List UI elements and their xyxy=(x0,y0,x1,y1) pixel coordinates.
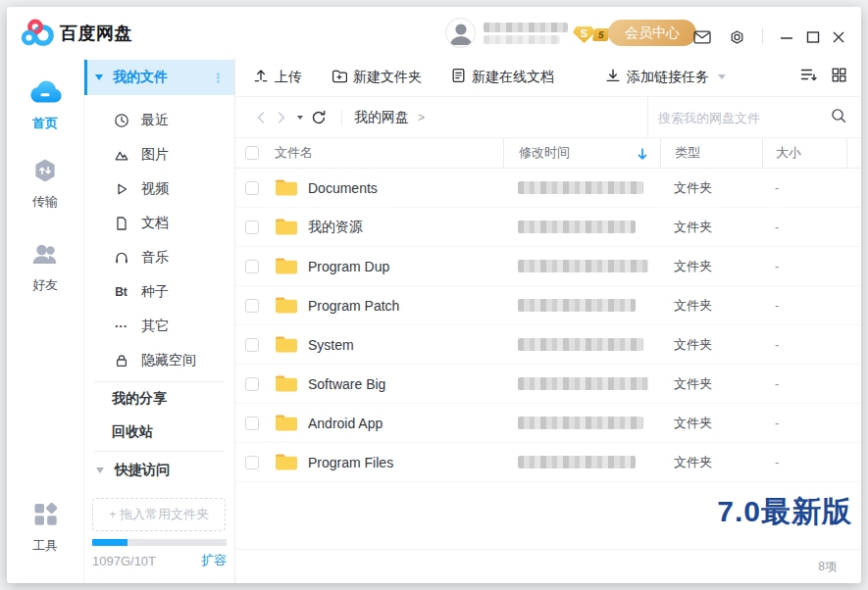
row-checkbox[interactable] xyxy=(245,338,259,352)
file-row[interactable]: Documents 文件夹 - xyxy=(235,169,861,208)
folder-icon xyxy=(275,374,298,393)
row-checkbox[interactable] xyxy=(245,417,259,430)
column-modified[interactable]: 修改时间 xyxy=(519,144,570,162)
upload-icon xyxy=(253,68,269,86)
sort-desc-icon[interactable] xyxy=(638,147,647,165)
row-checkbox[interactable] xyxy=(245,181,259,195)
file-name[interactable]: 我的资源 xyxy=(308,219,363,236)
row-checkbox[interactable] xyxy=(245,456,259,469)
file-name[interactable]: Program Files xyxy=(308,455,393,470)
file-name[interactable]: Program Patch xyxy=(308,298,399,314)
forward-button[interactable] xyxy=(276,111,287,124)
close-button[interactable] xyxy=(832,30,845,44)
member-center-button[interactable]: 会员中心 xyxy=(608,20,696,46)
breadcrumb-root[interactable]: 我的网盘 xyxy=(354,109,409,126)
new-online-doc-button[interactable]: 新建在线文档 xyxy=(451,68,554,86)
sidebar-item-quick-access[interactable]: 快捷访问 xyxy=(84,454,234,487)
file-name[interactable]: Android App xyxy=(308,416,383,431)
sidebar-item-videos[interactable]: 视频 xyxy=(84,172,234,206)
category-list: 最近 图片 视频 文档 xyxy=(84,103,234,377)
sidebar-item-music[interactable]: 音乐 xyxy=(84,240,234,274)
minimize-button[interactable] xyxy=(780,30,793,44)
new-folder-button[interactable]: 新建文件夹 xyxy=(332,69,422,86)
back-button[interactable] xyxy=(255,111,267,124)
file-type: 文件夹 xyxy=(674,297,712,315)
avatar[interactable] xyxy=(445,18,476,48)
collapse-triangle-icon[interactable] xyxy=(95,74,103,80)
upload-button[interactable]: 上传 xyxy=(253,68,302,86)
search-icon[interactable] xyxy=(831,108,846,127)
rail-item-home[interactable]: 首页 xyxy=(7,77,83,132)
file-size: - xyxy=(775,180,779,195)
file-row[interactable]: 我的资源 文件夹 - xyxy=(235,208,861,247)
add-link-task-button[interactable]: 添加链接任务 xyxy=(605,68,726,86)
file-row[interactable]: Program Patch 文件夹 - xyxy=(235,286,861,325)
app-title: 百度网盘 xyxy=(60,22,132,45)
sort-list-icon[interactable] xyxy=(800,68,817,86)
search-input[interactable] xyxy=(648,111,831,125)
sidebar-item-hidden-space[interactable]: 隐藏空间 xyxy=(84,343,234,377)
row-checkbox[interactable] xyxy=(245,377,259,391)
file-size: - xyxy=(775,455,779,469)
sidebar-item-pictures[interactable]: 图片 xyxy=(84,137,234,172)
rail-item-transfer[interactable]: 传输 xyxy=(7,158,83,211)
row-checkbox[interactable] xyxy=(245,260,259,273)
new-folder-label: 新建文件夹 xyxy=(353,69,422,86)
more-options-icon[interactable]: ⋮ xyxy=(212,74,225,82)
folder-icon xyxy=(275,414,298,432)
document-icon xyxy=(113,215,129,231)
nav-rail: 首页 传输 好友 xyxy=(7,58,84,583)
file-name[interactable]: System xyxy=(308,337,354,353)
mail-icon[interactable] xyxy=(693,29,711,45)
category-label: 其它 xyxy=(141,318,169,335)
file-row[interactable]: Android App 文件夹 - xyxy=(235,404,861,443)
category-label: 隐藏空间 xyxy=(141,352,196,369)
file-name[interactable]: Program Dup xyxy=(308,259,389,274)
grid-view-icon[interactable] xyxy=(832,68,846,86)
sidebar-item-my-files[interactable]: 我的文件 ⋮ xyxy=(84,60,234,95)
file-name[interactable]: Software Big xyxy=(308,376,385,392)
sidebar-item-my-share[interactable]: 我的分享 xyxy=(84,382,234,416)
expand-storage-link[interactable]: 扩容 xyxy=(201,552,227,569)
vip-badge[interactable]: S 5 xyxy=(573,26,609,43)
gear-icon[interactable] xyxy=(729,29,746,45)
rail-label-transfer: 传输 xyxy=(32,194,58,209)
file-type: 文件夹 xyxy=(674,219,712,236)
version-watermark: 7.0最新版 xyxy=(717,492,852,532)
sidebar-item-other[interactable]: ··· 其它 xyxy=(84,309,234,343)
file-name[interactable]: Documents xyxy=(308,180,378,196)
column-name[interactable]: 文件名 xyxy=(275,144,313,162)
collapse-triangle-icon[interactable] xyxy=(96,467,104,473)
row-checkbox[interactable] xyxy=(245,299,259,313)
rail-item-friends[interactable]: 好友 xyxy=(7,242,83,294)
modified-time-redacted xyxy=(518,338,643,351)
file-row[interactable]: System 文件夹 - xyxy=(235,325,861,365)
file-row[interactable]: Software Big 文件夹 - xyxy=(235,365,861,404)
drag-folder-dropzone[interactable]: + 拖入常用文件夹 xyxy=(92,498,226,531)
file-list: Documents 文件夹 - xyxy=(235,169,861,482)
sidebar-item-recent[interactable]: 最近 xyxy=(84,103,234,137)
file-row[interactable]: Program Dup 文件夹 - xyxy=(235,247,861,286)
sidebar-item-bt-seeds[interactable]: Bt 种子 xyxy=(84,274,234,309)
column-size[interactable]: 大小 xyxy=(776,144,801,162)
folder-icon xyxy=(275,178,298,197)
username-redacted xyxy=(484,23,568,32)
file-row[interactable]: Program Files 文件夹 - xyxy=(235,443,861,482)
download-link-icon xyxy=(605,68,621,86)
modified-time-redacted xyxy=(518,181,643,194)
titlebar: 百度网盘 S 5 会员中心 xyxy=(7,7,861,58)
row-checkbox[interactable] xyxy=(245,221,259,234)
refresh-button[interactable] xyxy=(311,110,327,125)
maximize-button[interactable] xyxy=(806,30,820,44)
file-type: 文件夹 xyxy=(674,375,712,393)
rail-item-tools[interactable]: 工具 xyxy=(7,501,83,555)
sidebar-item-recycle-bin[interactable]: 回收站 xyxy=(84,416,234,449)
folder-icon xyxy=(275,335,298,354)
more-dots-icon: ··· xyxy=(113,318,129,334)
storage-progress xyxy=(92,539,227,546)
select-all-checkbox[interactable] xyxy=(245,146,259,160)
column-type[interactable]: 类型 xyxy=(675,144,700,162)
sidebar-item-documents[interactable]: 文档 xyxy=(84,206,234,240)
status-bar: 8项 xyxy=(235,549,861,583)
history-dropdown-icon[interactable] xyxy=(297,116,303,120)
